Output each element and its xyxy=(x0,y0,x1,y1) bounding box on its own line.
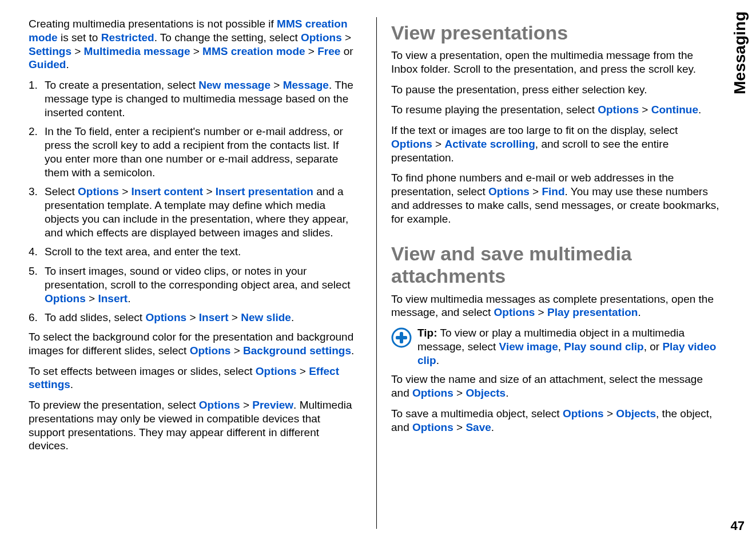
link-options[interactable]: Options xyxy=(145,311,186,323)
link-options[interactable]: Options xyxy=(563,407,604,420)
intro-paragraph: Creating multimedia presentations is not… xyxy=(29,17,359,72)
text: > xyxy=(190,45,202,57)
document-page: Creating multimedia presentations is not… xyxy=(29,17,733,529)
text: or xyxy=(340,45,353,57)
step-number: 3. xyxy=(29,185,38,199)
link-options[interactable]: Options xyxy=(78,185,119,197)
link-new-slide[interactable]: New slide xyxy=(241,311,291,323)
link-message[interactable]: Message xyxy=(283,79,329,91)
tip-text: Tip: To view or play a multimedia object… xyxy=(417,326,722,367)
link-new-message[interactable]: New message xyxy=(198,79,270,91)
left-column: Creating multimedia presentations is not… xyxy=(29,17,376,529)
paragraph: To find phone numbers and e-mail or web … xyxy=(391,171,722,225)
text: > xyxy=(119,185,132,197)
text: > xyxy=(186,311,199,323)
text: To set effects between images or slides,… xyxy=(29,365,256,377)
paragraph: To view multimedia messages as complete … xyxy=(391,292,722,320)
steps-list: 1. To create a presentation, select New … xyxy=(29,78,359,325)
text: . xyxy=(436,354,439,366)
link-find[interactable]: Find xyxy=(542,185,564,197)
text: . xyxy=(698,104,701,116)
link-insert-content[interactable]: Insert content xyxy=(132,185,204,197)
text: To save a multimedia object, select xyxy=(391,407,563,420)
text: > xyxy=(297,365,309,377)
paragraph: To view a presentation, open the multime… xyxy=(391,49,722,76)
link-insert-presentation[interactable]: Insert presentation xyxy=(216,185,313,197)
link-multimedia-message[interactable]: Multimedia message xyxy=(84,45,190,57)
link-guided[interactable]: Guided xyxy=(29,58,66,70)
text: > xyxy=(453,421,466,433)
step-1: 1. To create a presentation, select New … xyxy=(29,78,359,119)
text: . xyxy=(491,421,494,433)
step-3: 3. Select Options > Insert content > Ins… xyxy=(29,185,359,239)
link-preview[interactable]: Preview xyxy=(252,399,293,411)
link-background-settings[interactable]: Background settings xyxy=(243,345,351,357)
link-settings[interactable]: Settings xyxy=(29,45,71,57)
step-number: 5. xyxy=(29,264,38,278)
tip-plus-icon xyxy=(391,327,412,348)
step-number: 4. xyxy=(29,245,38,259)
link-mms-creation-mode-2[interactable]: MMS creation mode xyxy=(202,45,305,57)
link-options[interactable]: Options xyxy=(598,104,639,116)
link-options[interactable]: Options xyxy=(412,387,453,399)
text: > xyxy=(530,185,542,197)
link-activate-scrolling[interactable]: Activate scrolling xyxy=(444,138,535,150)
step-5: 5. To insert images, sound or video clip… xyxy=(29,264,359,305)
step-number: 6. xyxy=(29,311,38,325)
text: > xyxy=(305,45,318,57)
paragraph: To save a multimedia object, select Opti… xyxy=(391,407,722,434)
link-options[interactable]: Options xyxy=(256,365,297,377)
text: > xyxy=(230,345,243,357)
link-options[interactable]: Options xyxy=(412,421,453,433)
link-options[interactable]: Options xyxy=(301,31,342,43)
link-objects[interactable]: Objects xyxy=(616,407,656,420)
text: . xyxy=(351,345,354,357)
link-play-presentation[interactable]: Play presentation xyxy=(547,306,638,318)
page-number: 47 xyxy=(731,519,745,533)
link-options[interactable]: Options xyxy=(199,399,240,411)
text: To resume playing the presentation, sele… xyxy=(391,104,598,116)
heading-view-and-save: View and save multimedia attachments xyxy=(391,243,722,287)
link-insert[interactable]: Insert xyxy=(98,292,128,304)
step-number: 2. xyxy=(29,125,38,139)
step-number: 1. xyxy=(29,78,38,92)
text: . xyxy=(638,306,640,318)
step-2: 2. In the To field, enter a recipient's … xyxy=(29,125,359,179)
text: , or xyxy=(644,341,663,353)
text: To preview the presentation, select xyxy=(29,399,199,411)
link-insert[interactable]: Insert xyxy=(199,311,229,323)
text: > xyxy=(229,311,241,323)
text: > xyxy=(639,104,651,116)
text: > xyxy=(240,399,253,411)
link-options[interactable]: Options xyxy=(488,185,530,197)
text: . To change the setting, select xyxy=(154,31,301,43)
section-tab: Messaging xyxy=(731,11,749,94)
text: . xyxy=(128,292,130,304)
paragraph: To resume playing the presentation, sele… xyxy=(391,103,722,117)
text: > xyxy=(453,387,466,399)
text: To add slides, select xyxy=(45,311,145,323)
text: > xyxy=(432,138,445,150)
link-restricted[interactable]: Restricted xyxy=(101,31,154,43)
link-objects[interactable]: Objects xyxy=(465,387,506,399)
text: is set to xyxy=(58,31,101,43)
link-options[interactable]: Options xyxy=(494,306,535,318)
text: > xyxy=(86,292,98,304)
tip-label: Tip: xyxy=(417,327,437,339)
link-options[interactable]: Options xyxy=(391,138,432,150)
link-view-image[interactable]: View image xyxy=(499,341,558,353)
text: > xyxy=(342,31,351,43)
text: Select xyxy=(45,185,78,197)
link-options[interactable]: Options xyxy=(190,345,231,357)
text: , xyxy=(558,341,564,353)
right-column: View presentations To view a presentatio… xyxy=(376,17,733,529)
link-free[interactable]: Free xyxy=(317,45,340,57)
text: Creating multimedia presentations is not… xyxy=(29,18,277,30)
link-save[interactable]: Save xyxy=(465,421,491,433)
link-continue[interactable]: Continue xyxy=(651,104,698,116)
step-6: 6. To add slides, select Options > Inser… xyxy=(29,311,359,325)
link-options[interactable]: Options xyxy=(45,292,86,304)
heading-view-presentations: View presentations xyxy=(391,22,722,44)
text: . xyxy=(506,387,508,399)
link-play-sound-clip[interactable]: Play sound clip xyxy=(564,341,643,353)
